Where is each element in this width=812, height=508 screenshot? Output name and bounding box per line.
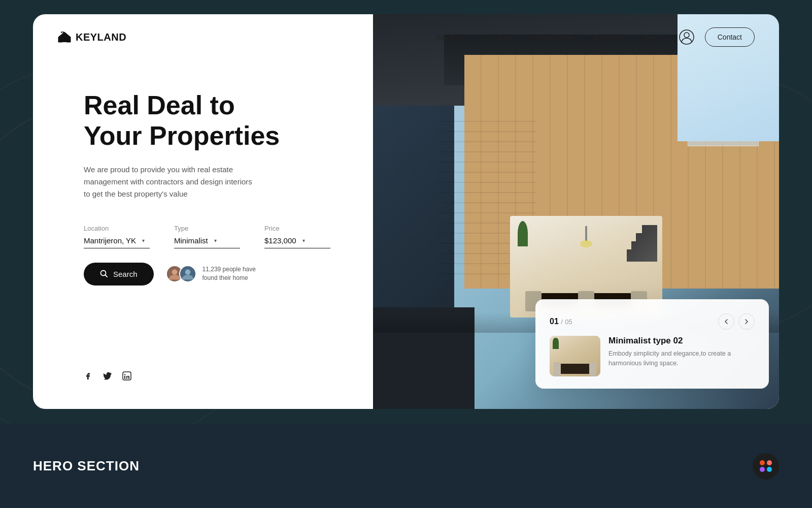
nav-house-type[interactable]: House Type — [534, 33, 574, 42]
card-top: 01 / 05 — [550, 313, 755, 330]
svg-point-8 — [172, 269, 177, 275]
svg-point-5 — [684, 33, 689, 38]
card-nav — [718, 313, 755, 330]
figma-dot-red — [767, 460, 772, 465]
contact-button[interactable]: Contact — [705, 27, 755, 47]
nav-for-buy[interactable]: For Buy — [437, 33, 464, 42]
hero-image: 01 / 05 — [373, 14, 779, 409]
card-description: Embody simplicity and elegance,to create… — [608, 349, 755, 368]
price-label: Price — [264, 225, 330, 232]
main-card: KEYLAND For Buy For Rent House Type Feat… — [33, 14, 779, 409]
linkedin-link[interactable] — [122, 371, 131, 383]
plant — [518, 221, 528, 246]
nav-for-rent[interactable]: For Rent — [484, 33, 513, 42]
nav-features[interactable]: Features — [595, 33, 625, 42]
thumbnail-image — [550, 336, 600, 376]
nav-faq[interactable]: FAQ — [645, 33, 660, 42]
price-field-group: Price $123,000 ▾ — [264, 225, 330, 248]
figma-icon — [753, 453, 779, 480]
nav-links: For Buy For Rent House Type Features FAQ — [437, 33, 660, 42]
user-count-text: 11,239 people have found their home — [202, 265, 258, 282]
location-chevron-down-icon: ▾ — [142, 238, 145, 243]
logo-icon — [57, 31, 72, 43]
card-content: Minimalist type 02 Embody simplicity and… — [550, 336, 755, 376]
avatar-2 — [179, 265, 196, 282]
search-icon — [100, 270, 108, 278]
card-total: 05 — [565, 318, 572, 326]
figma-dot-blue — [767, 467, 772, 472]
card-counter: 01 / 05 — [550, 317, 572, 326]
search-row: Search 11,239 people have found their ho… — [84, 263, 332, 285]
price-chevron-down-icon: ▾ — [302, 238, 305, 243]
card-next-button[interactable] — [738, 313, 755, 330]
bottom-label: HERO SECTION — [33, 458, 140, 474]
svg-point-12 — [124, 374, 125, 375]
card-separator: / — [561, 318, 563, 326]
search-button[interactable]: Search — [84, 263, 154, 285]
thumb-table — [560, 364, 590, 374]
social-links — [84, 371, 131, 383]
hero-title: Real Deal to Your Properties — [84, 90, 332, 151]
price-value: $123,000 — [264, 236, 296, 245]
location-select[interactable]: Mantrijeron, YK ▾ — [84, 236, 150, 248]
thumb-chair-2 — [589, 362, 596, 376]
property-card: 01 / 05 — [535, 299, 769, 389]
hero-subtitle: We are proud to provide you with real es… — [84, 164, 256, 200]
thumb-plant — [553, 338, 559, 349]
search-form: Location Mantrijeron, YK ▾ Type Minimali… — [84, 225, 332, 285]
figma-dot-purple — [760, 467, 765, 472]
card-thumbnail — [550, 336, 600, 376]
card-info: Minimalist type 02 Embody simplicity and… — [608, 336, 755, 376]
pendant-light — [585, 226, 587, 241]
thumb-chair — [554, 362, 561, 376]
location-field-group: Location Mantrijeron, YK ▾ — [84, 225, 150, 248]
price-select[interactable]: $123,000 ▾ — [264, 236, 330, 248]
search-label: Search — [113, 270, 138, 278]
type-value: Minimalist — [174, 236, 208, 245]
type-select[interactable]: Minimalist ▾ — [174, 236, 240, 248]
card-prev-button[interactable] — [718, 313, 734, 330]
svg-rect-13 — [124, 376, 125, 379]
figma-dot-orange — [760, 460, 765, 465]
avatars — [166, 265, 196, 282]
type-label: Type — [174, 225, 240, 232]
facebook-link[interactable] — [84, 371, 93, 383]
location-label: Location — [84, 225, 150, 232]
svg-point-10 — [185, 269, 190, 275]
hero-title-line2: Your Properties — [84, 121, 280, 150]
figma-dots — [760, 460, 772, 472]
navbar: KEYLAND For Buy For Rent House Type Feat… — [33, 14, 779, 60]
hero-left: Real Deal to Your Properties We are prou… — [84, 90, 332, 285]
user-count: 11,239 people have found their home — [166, 265, 258, 282]
twitter-link[interactable] — [103, 371, 112, 383]
user-profile-button[interactable] — [676, 27, 697, 47]
staircase — [627, 221, 657, 262]
svg-rect-3 — [62, 39, 66, 42]
lamp — [580, 240, 592, 247]
form-fields: Location Mantrijeron, YK ▾ Type Minimali… — [84, 225, 332, 248]
location-value: Mantrijeron, YK — [84, 236, 136, 245]
card-number: 01 — [550, 317, 559, 326]
bottom-bar: HERO SECTION — [0, 424, 812, 508]
nav-actions: Contact — [676, 27, 755, 47]
card-title: Minimalist type 02 — [608, 336, 755, 346]
type-field-group: Type Minimalist ▾ — [174, 225, 240, 248]
type-chevron-down-icon: ▾ — [214, 238, 217, 243]
logo-text: KEYLAND — [76, 31, 126, 43]
logo: KEYLAND — [57, 31, 126, 43]
hero-title-line1: Real Deal to — [84, 90, 235, 120]
